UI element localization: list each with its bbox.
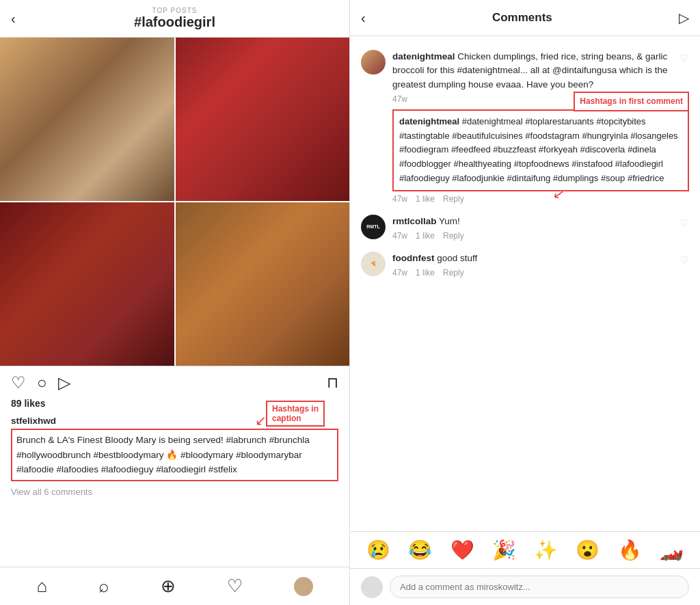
comment-item-foodnfest: 🍕 foodnfest good stuff 47w 1 like Reply … — [350, 246, 700, 283]
send-icon[interactable]: ▷ — [679, 10, 689, 26]
comment-input[interactable] — [390, 576, 689, 598]
photo-cell-bottom-right[interactable] — [176, 202, 350, 366]
comment-meta-foodnfest: 47w 1 like Reply — [392, 268, 689, 278]
photo-grid — [0, 38, 349, 366]
hashtag-comment-username: datenightmeal — [399, 116, 459, 126]
right-header: ‹ Comments ▷ — [350, 0, 700, 36]
emoji-party[interactable]: 🎉 — [492, 539, 516, 561]
comment-input-area — [350, 568, 700, 605]
caption-annotation-label: Hashtags incaption — [266, 401, 325, 427]
comment-icon[interactable]: ○ — [37, 373, 47, 392]
hashtag-comment-box: datenightmeal #datenightmeal #toplaresta… — [392, 109, 689, 191]
comment-heart-foodnfest[interactable]: ♡ — [680, 254, 689, 265]
caption-text: Brunch & LA's Finest Bloody Mary is bein… — [16, 435, 310, 474]
emoji-cry[interactable]: 😢 — [366, 539, 390, 561]
emoji-car[interactable]: 🏎️ — [660, 539, 684, 561]
comment-content-foodnfest: foodnfest good stuff 47w 1 like Reply — [392, 252, 689, 278]
photo-cell-bottom-left[interactable] — [0, 202, 174, 366]
comment-username-foodnfest: foodnfest — [392, 253, 435, 263]
post-actions: ♡ ○ ▷ ⊓ — [0, 366, 349, 396]
share-icon[interactable]: ▷ — [58, 373, 70, 392]
first-comment-label: Hashtags in first comment — [574, 92, 689, 111]
emoji-heart[interactable]: ❤️ — [450, 539, 474, 561]
hashtag-comment-meta: 47w 1 like Reply — [392, 194, 689, 204]
emoji-laugh[interactable]: 😂 — [408, 539, 432, 561]
profile-avatar[interactable] — [294, 577, 313, 596]
first-comment-annotation-wrapper: datenightmeal #datenightmeal #toplaresta… — [392, 109, 689, 204]
comments-list: datenightmeal Chicken dumplings, fried r… — [350, 36, 700, 531]
comment-text-1: datenightmeal Chicken dumplings, fried r… — [392, 50, 689, 92]
comment-text-foodnfest: foodnfest good stuff — [392, 252, 689, 265]
home-icon[interactable]: ⌂ — [36, 576, 47, 597]
avatar-datenightmeal-1 — [361, 50, 386, 75]
left-back-button[interactable]: ‹ — [11, 11, 16, 27]
foodnfest-avatar-text: 🍕 — [371, 261, 377, 267]
bookmark-icon[interactable]: ⊓ — [327, 374, 338, 392]
reply-button-foodnfest[interactable]: Reply — [443, 268, 464, 278]
heart-nav-icon[interactable]: ♡ — [227, 576, 243, 597]
comment-item-rmtl: RMTL rmtlcollab Yum! 47w 1 like Reply ♡ — [350, 209, 700, 246]
comment-text-rmtl: rmtlcollab Yum! — [392, 215, 689, 228]
like-icon[interactable]: ♡ — [11, 373, 26, 392]
comment-username-rmtl: rmtlcollab — [392, 216, 437, 226]
caption-box: Brunch & LA's Finest Bloody Mary is bein… — [11, 429, 338, 481]
right-back-button[interactable]: ‹ — [361, 10, 366, 26]
comment-meta-rmtl: 47w 1 like Reply — [392, 231, 689, 241]
right-panel: ‹ Comments ▷ datenightmeal Chicken dumpl… — [350, 0, 700, 605]
left-panel: ‹ TOP POSTS #lafoodiegirl ♡ ○ ▷ ⊓ 89 lik… — [0, 0, 350, 605]
comment-heart-rmtl[interactable]: ♡ — [680, 217, 689, 228]
comment-time-1: 47w — [392, 94, 407, 104]
emoji-fire[interactable]: 🔥 — [618, 539, 642, 561]
emoji-wow[interactable]: 😮 — [576, 539, 600, 561]
input-avatar — [361, 576, 383, 598]
emoji-bar: 😢 😂 ❤️ 🎉 ✨ 😮 🔥 🏎️ — [350, 531, 700, 568]
comment-content-rmtl: rmtlcollab Yum! 47w 1 like Reply — [392, 215, 689, 241]
hashtag-comment-reply[interactable]: Reply — [443, 194, 464, 204]
hashtag-comment-time: 47w — [392, 194, 407, 204]
hashtag-comment-likes: 1 like — [416, 194, 435, 204]
caption-username: stfelixhwd — [11, 416, 56, 426]
caption-arrow: ↙ — [255, 412, 267, 429]
left-bottom-nav: ⌂ ⌕ ⊕ ♡ — [0, 567, 349, 605]
comment-likes-rmtl: 1 like — [416, 231, 435, 241]
comment-heart-1[interactable]: ♡ — [680, 53, 689, 64]
caption-annotation-wrapper: stfelixhwd Brunch & LA's Finest Bloody M… — [0, 413, 349, 484]
comment-time-foodnfest: 47w — [392, 268, 407, 278]
view-all-comments[interactable]: View all 6 comments — [0, 484, 349, 500]
avatar-foodnfest: 🍕 — [361, 252, 386, 276]
comment-likes-foodnfest: 1 like — [416, 268, 435, 278]
comments-title: Comments — [492, 11, 552, 25]
hashtag-title: #lafoodiegirl — [11, 14, 338, 30]
comment-username-1: datenightmeal — [392, 51, 455, 62]
comment-time-rmtl: 47w — [392, 231, 407, 241]
search-nav-icon[interactable]: ⌕ — [98, 576, 109, 597]
avatar-rmtlcollab: RMTL — [361, 215, 386, 239]
emoji-sparkle[interactable]: ✨ — [534, 539, 558, 561]
left-header: ‹ TOP POSTS #lafoodiegirl — [0, 0, 349, 38]
top-posts-label: TOP POSTS — [11, 7, 338, 14]
reply-button-rmtl[interactable]: Reply — [443, 231, 464, 241]
photo-cell-top-left[interactable] — [0, 38, 174, 201]
rmtl-avatar-text: RMTL — [366, 224, 379, 229]
add-post-icon[interactable]: ⊕ — [161, 576, 176, 597]
photo-cell-top-right[interactable] — [176, 38, 350, 201]
